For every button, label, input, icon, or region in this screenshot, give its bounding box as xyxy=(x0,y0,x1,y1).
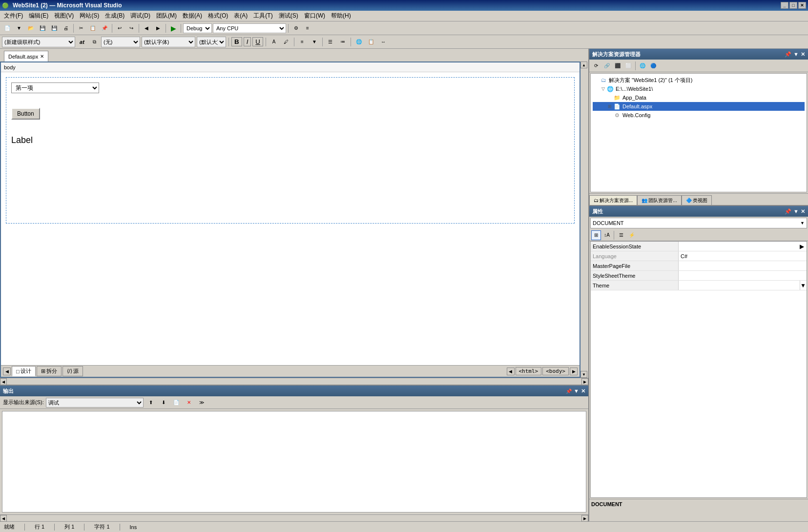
output-btn-3[interactable]: 📄 xyxy=(171,397,182,408)
design-button[interactable]: Button xyxy=(11,108,40,120)
bold-button[interactable]: B xyxy=(231,37,242,46)
output-btn-1[interactable]: ⬆ xyxy=(145,397,156,408)
style-btn-extra[interactable]: 🌐 xyxy=(353,37,364,47)
prop-value-language[interactable]: C# xyxy=(679,251,807,261)
menu-team[interactable]: 团队(M) xyxy=(153,11,180,21)
list-ul-button[interactable]: ☰ xyxy=(325,37,336,47)
scroll-up-arrow[interactable]: ▲ xyxy=(580,61,587,68)
tab-split[interactable]: ⊞ 拆分 xyxy=(37,366,62,376)
output-hscroll-left[interactable]: ◀ xyxy=(0,515,7,522)
menu-test[interactable]: 测试(S) xyxy=(276,11,301,21)
prop-categorized-btn[interactable]: ⊞ xyxy=(591,230,601,240)
list-ol-button[interactable]: ≔ xyxy=(337,37,348,47)
menu-window[interactable]: 窗口(W) xyxy=(301,11,328,21)
font-size-select[interactable]: (默认大) xyxy=(197,37,226,47)
prop-alphabetical-btn[interactable]: ↕A xyxy=(602,230,612,240)
save-button[interactable]: 💾 xyxy=(37,23,48,34)
output-source-select[interactable]: 调试 xyxy=(46,398,144,408)
tab-design[interactable]: □ 设计 xyxy=(12,366,36,376)
tab-source[interactable]: ⟨/⟩ 源 xyxy=(62,366,83,376)
menu-file[interactable]: 文件(F) xyxy=(1,11,26,21)
prop-object-arrow[interactable]: ▼ xyxy=(800,221,805,225)
style-class-select[interactable]: (新建级联样式) xyxy=(2,37,75,47)
html-tag[interactable]: <html> xyxy=(516,367,542,375)
copy-button[interactable]: 📋 xyxy=(87,23,98,34)
prop-value-theme[interactable] xyxy=(679,281,800,290)
id-select[interactable]: (无) xyxy=(101,37,140,47)
extra-btn-1[interactable]: ⚙ xyxy=(290,23,301,34)
restore-button[interactable]: □ xyxy=(789,2,797,9)
menu-debug[interactable]: 调试(D) xyxy=(127,11,153,21)
paste-button[interactable]: 📌 xyxy=(99,23,110,34)
output-extra-btn[interactable]: ≫ xyxy=(196,397,207,408)
menu-edit[interactable]: 编辑(E) xyxy=(26,11,51,21)
debug-config-select[interactable]: Debug xyxy=(183,23,212,33)
se-btn-2[interactable]: 🔗 xyxy=(602,61,612,71)
output-pin-arrow[interactable]: ▼ xyxy=(574,388,579,394)
design-canvas[interactable]: 第一项 Button Label xyxy=(1,72,580,365)
underline-button[interactable]: U xyxy=(252,37,263,46)
output-close-btn[interactable]: ✕ xyxy=(581,388,585,394)
undo-button[interactable]: ↩ xyxy=(114,23,125,34)
tree-default-aspx[interactable]: ⊞ 📄 Default.aspx xyxy=(593,102,805,111)
tree-app-data[interactable]: 📁 App_Data xyxy=(593,93,805,102)
se-tab-solution[interactable]: 🗂 解决方案资源... xyxy=(589,195,637,205)
prop-close-btn[interactable]: ✕ xyxy=(801,208,805,215)
new-file-button[interactable]: 📄 xyxy=(2,23,13,34)
output-hscroll-right[interactable]: ▶ xyxy=(581,515,588,522)
format-extra-3[interactable]: ↔ xyxy=(378,37,389,47)
output-pin-button[interactable]: 📌 xyxy=(566,389,572,394)
minimize-button[interactable]: _ xyxy=(781,2,788,9)
tree-web-config[interactable]: ⚙ Web.Config xyxy=(593,111,805,120)
font-select[interactable]: (默认字体) xyxy=(142,37,195,47)
highlight-button[interactable]: 🖊 xyxy=(281,37,291,47)
theme-dropdown-arrow[interactable]: ▼ xyxy=(800,281,807,290)
window-controls[interactable]: _ □ ✕ xyxy=(781,2,806,9)
body-tag[interactable]: <body> xyxy=(542,367,569,375)
run-button[interactable]: ▶ xyxy=(168,23,179,34)
se-close-btn[interactable]: ✕ xyxy=(801,51,805,58)
prop-events-btn[interactable]: ⚡ xyxy=(627,230,637,240)
menu-format[interactable]: 格式(O) xyxy=(205,11,231,21)
italic-button[interactable]: I xyxy=(244,37,251,46)
se-btn-4[interactable]: ⬜ xyxy=(623,61,633,71)
se-btn-3[interactable]: ⬛ xyxy=(613,61,622,71)
se-tab-class[interactable]: 🔷 类视图 xyxy=(682,195,712,205)
close-button[interactable]: ✕ xyxy=(798,2,806,9)
se-btn-5[interactable]: 🌐 xyxy=(638,61,647,71)
se-tab-team[interactable]: 👥 团队资源管... xyxy=(637,195,681,205)
prop-pin-arrow[interactable]: ▼ xyxy=(793,208,799,214)
prop-properties-btn[interactable]: ☰ xyxy=(616,230,626,240)
default-aspx-expand[interactable]: ⊞ xyxy=(606,104,613,109)
save-all-button[interactable]: 💾 xyxy=(49,23,60,34)
output-btn-2[interactable]: ⬇ xyxy=(158,397,169,408)
open-button[interactable]: 📂 xyxy=(25,23,36,34)
menu-data[interactable]: 数据(A) xyxy=(180,11,205,21)
menu-tools[interactable]: 工具(T) xyxy=(250,11,275,21)
tree-solution[interactable]: 🗂 解决方案 "WebSite1 (2)" (1 个项目) xyxy=(593,76,805,84)
menu-website[interactable]: 网站(S) xyxy=(77,11,102,21)
output-clear-button[interactable]: ✕ xyxy=(184,397,194,408)
scroll-down-arrow[interactable]: ▼ xyxy=(580,371,587,378)
menu-table[interactable]: 表(A) xyxy=(231,11,250,21)
nav-back-button[interactable]: ◀ xyxy=(141,23,152,34)
prop-pin-btn[interactable]: 📌 xyxy=(785,208,791,215)
menu-help[interactable]: 帮助(H) xyxy=(328,11,354,21)
at-button[interactable]: at xyxy=(77,37,87,47)
se-pin-btn[interactable]: 📌 xyxy=(785,51,791,58)
nav-fwd-button[interactable]: ▶ xyxy=(153,23,164,34)
nav-left-arrow[interactable]: ◀ xyxy=(3,368,11,375)
hscroll-right[interactable]: ▶ xyxy=(581,378,588,385)
tab-close-button[interactable]: ✕ xyxy=(40,54,44,59)
project-expand[interactable]: ▽ xyxy=(600,86,606,91)
font-color-button[interactable]: A xyxy=(269,37,279,47)
dropdown-arrow-btn[interactable]: ▼ xyxy=(14,23,24,34)
prop-object-select[interactable]: DOCUMENT ▼ xyxy=(590,218,807,228)
editor-tab-default-aspx[interactable]: Default.aspx ✕ xyxy=(4,51,48,61)
nav-right-end-arrow[interactable]: ▶ xyxy=(570,368,578,375)
print-button[interactable]: 🖨 xyxy=(61,23,71,34)
class-apply-button[interactable]: ⧉ xyxy=(89,37,100,47)
design-dropdownlist[interactable]: 第一项 xyxy=(11,82,99,93)
align-dropdown[interactable]: ▼ xyxy=(309,37,320,47)
cut-button[interactable]: ✂ xyxy=(76,23,86,34)
